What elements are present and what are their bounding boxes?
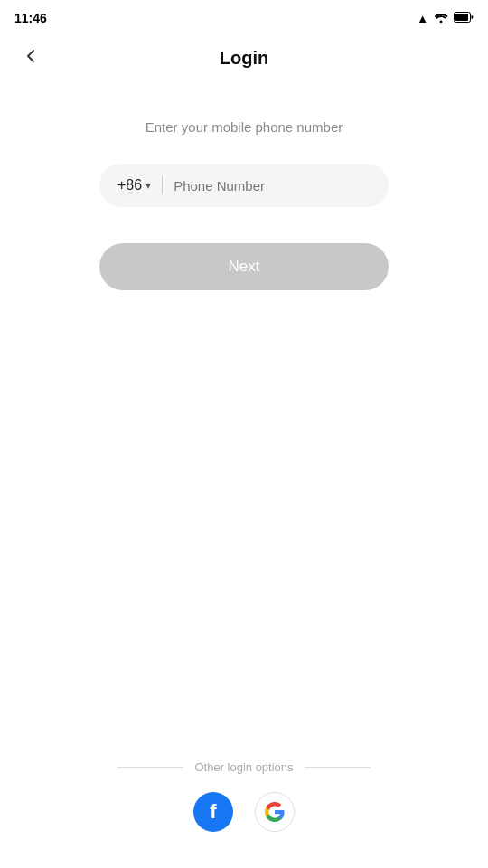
back-button[interactable] — [14, 42, 47, 74]
main-content: Enter your mobile phone number +86 ▾ Nex… — [0, 83, 488, 290]
phone-number-input[interactable] — [174, 178, 371, 193]
country-code-selector[interactable]: +86 ▾ — [117, 177, 151, 193]
phone-input-container: +86 ▾ — [99, 164, 389, 207]
battery-icon — [454, 12, 474, 25]
facebook-login-button[interactable]: f — [193, 792, 233, 832]
page-title: Login — [220, 48, 268, 69]
subtitle: Enter your mobile phone number — [145, 119, 343, 135]
google-login-button[interactable] — [255, 792, 295, 832]
signal-icon: ▲ — [417, 12, 428, 25]
other-login-label: Other login options — [194, 760, 293, 774]
facebook-icon: f — [210, 800, 216, 824]
social-icons-row: f — [193, 792, 295, 832]
header: Login — [0, 33, 488, 83]
country-code-text: +86 — [117, 177, 142, 193]
back-icon — [21, 46, 41, 71]
input-divider — [162, 176, 163, 194]
google-icon — [264, 801, 286, 823]
status-bar: 11:46 ▲ — [0, 0, 488, 33]
wifi-icon — [434, 12, 448, 25]
other-login-row: Other login options — [117, 760, 371, 774]
status-time: 11:46 — [14, 11, 47, 25]
svg-rect-1 — [455, 14, 468, 21]
left-divider — [117, 767, 183, 768]
next-button[interactable]: Next — [99, 243, 389, 290]
right-divider — [305, 767, 371, 768]
status-icons: ▲ — [417, 12, 474, 25]
chevron-down-icon: ▾ — [145, 179, 151, 192]
bottom-section: Other login options f — [0, 760, 488, 832]
